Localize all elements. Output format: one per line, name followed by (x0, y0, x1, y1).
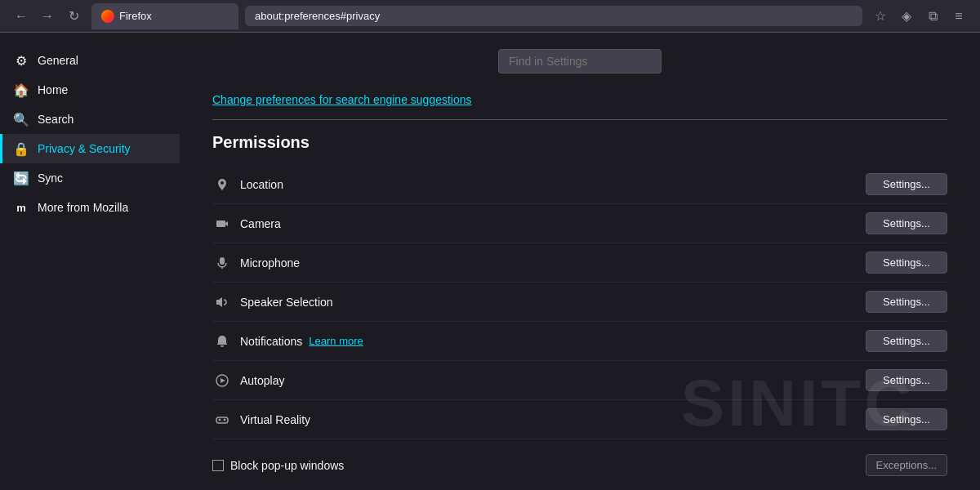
notifications-icon (212, 332, 232, 351)
forward-button[interactable]: → (36, 5, 59, 28)
camera-label: Camera (240, 217, 866, 230)
location-settings-button[interactable]: Settings... (866, 173, 947, 195)
sync-icon: 🔄 (13, 170, 29, 186)
popup-exceptions-button[interactable]: Exceptions... (866, 454, 947, 476)
general-icon: ⚙ (13, 52, 29, 69)
vr-label: Virtual Reality (240, 413, 866, 426)
svg-point-8 (219, 418, 221, 421)
notifications-learn-more-link[interactable]: Learn more (309, 335, 363, 347)
notifications-label: Notifications Learn more (240, 335, 866, 348)
search-nav-icon: 🔍 (13, 111, 29, 127)
location-label: Location (240, 178, 866, 191)
checkbox-row-popup: Block pop-up windows Exceptions... (212, 446, 947, 484)
sidebar-item-sync[interactable]: 🔄 Sync (0, 163, 180, 193)
speaker-label: Speaker Selection (240, 296, 866, 309)
permissions-title: Permissions (212, 133, 947, 152)
svg-rect-7 (216, 417, 228, 423)
sidebar-item-home[interactable]: 🏠 Home (0, 75, 180, 105)
sidebar-label-privacy: Privacy & Security (38, 142, 131, 155)
sidebar-item-search[interactable]: 🔍 Search (0, 105, 180, 134)
location-icon (212, 175, 232, 194)
content-area: Change preferences for search engine sug… (180, 33, 980, 490)
mozilla-icon: m (13, 199, 29, 216)
reload-button[interactable]: ↻ (62, 5, 85, 28)
svg-marker-1 (225, 221, 228, 226)
autoplay-label: Autoplay (240, 374, 866, 387)
popup-checkbox[interactable] (212, 460, 224, 471)
address-bar[interactable]: about:preferences#privacy (245, 6, 862, 26)
popup-label: Block pop-up windows (230, 459, 344, 472)
pocket-button[interactable]: ◈ (895, 5, 918, 28)
section-divider (212, 119, 947, 120)
microphone-icon (212, 253, 232, 273)
sidebar-item-mozilla[interactable]: m More from Mozilla (0, 193, 180, 222)
svg-rect-0 (216, 220, 225, 227)
autoplay-icon (212, 371, 232, 390)
sidebar-label-sync: Sync (38, 172, 63, 185)
permission-row-microphone: Microphone Settings... (212, 243, 947, 283)
address-bar-container: about:preferences#privacy (245, 6, 862, 26)
autoplay-settings-button[interactable]: Settings... (866, 369, 947, 391)
nav-buttons: ← → ↻ (10, 5, 85, 28)
sidebar-label-home: Home (38, 83, 68, 96)
vr-settings-button[interactable]: Settings... (866, 408, 947, 430)
toolbar-icons: ☆ ◈ ⧉ ≡ (869, 5, 970, 28)
checkbox-row-addons: Warn you when websites try to install ad… (212, 484, 947, 490)
tab-area: Firefox about:preferences#privacy (91, 3, 862, 29)
firefox-icon (101, 10, 114, 23)
speaker-icon (212, 292, 232, 312)
browser-chrome: ← → ↻ Firefox about:preferences#privacy … (0, 0, 980, 33)
find-settings-container (212, 49, 947, 74)
address-text: about:preferences#privacy (255, 10, 380, 22)
sidebar-label-mozilla: More from Mozilla (38, 201, 128, 214)
sidebar-item-privacy[interactable]: 🔒 Privacy & Security (0, 134, 180, 163)
microphone-label: Microphone (240, 256, 866, 270)
sidebar-label-general: General (38, 54, 78, 67)
permission-row-speaker: Speaker Selection Settings... (212, 283, 947, 322)
notifications-settings-button[interactable]: Settings... (866, 330, 947, 352)
find-settings-input[interactable] (498, 49, 662, 74)
permission-row-notifications: Notifications Learn more Settings... (212, 322, 947, 361)
svg-rect-2 (220, 257, 225, 265)
bookmark-button[interactable]: ☆ (869, 5, 892, 28)
privacy-icon: 🔒 (13, 140, 29, 157)
speaker-settings-button[interactable]: Settings... (866, 291, 947, 313)
svg-marker-4 (216, 297, 222, 307)
sidebar-item-general[interactable]: ⚙ General (0, 46, 180, 75)
sidebar-label-search: Search (38, 113, 74, 126)
extensions-button[interactable]: ⧉ (921, 5, 944, 28)
permission-row-camera: Camera Settings... (212, 204, 947, 243)
svg-point-9 (224, 418, 226, 421)
sidebar: ⚙ General 🏠 Home 🔍 Search 🔒 Privacy & Se… (0, 33, 180, 490)
home-icon: 🏠 (13, 82, 29, 98)
camera-icon (212, 214, 232, 234)
tab-title: Firefox (119, 10, 152, 22)
vr-icon (212, 410, 232, 430)
back-button[interactable]: ← (10, 5, 33, 28)
permission-row-vr: Virtual Reality Settings... (212, 400, 947, 439)
microphone-settings-button[interactable]: Settings... (866, 252, 947, 274)
camera-settings-button[interactable]: Settings... (866, 212, 947, 234)
popup-checkbox-area: Block pop-up windows (212, 459, 866, 472)
menu-button[interactable]: ≡ (947, 5, 970, 28)
change-preferences-link[interactable]: Change preferences for search engine sug… (212, 93, 472, 106)
permission-row-location: Location Settings... (212, 165, 947, 204)
main-layout: ⚙ General 🏠 Home 🔍 Search 🔒 Privacy & Se… (0, 33, 980, 490)
svg-marker-6 (220, 378, 225, 383)
browser-tab[interactable]: Firefox (91, 3, 238, 29)
notifications-text: Notifications (240, 335, 302, 348)
permission-row-autoplay: Autoplay Settings... (212, 361, 947, 400)
